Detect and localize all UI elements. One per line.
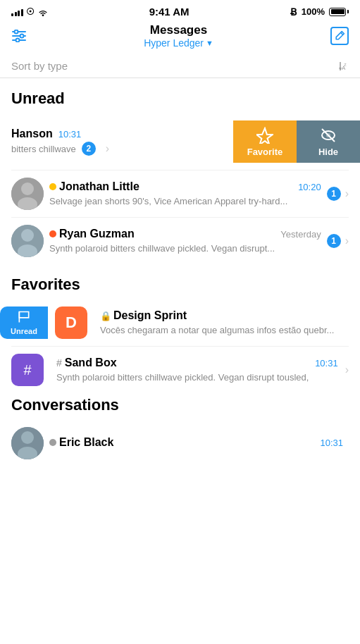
message-content-ryan: Ryan Guzman Yesterday Synth polaroid bit… [44, 228, 327, 254]
battery-icon [329, 8, 349, 16]
svg-point-1 [15, 30, 18, 34]
sort-az-icon: A Z [337, 61, 349, 72]
message-content-eric: Eric Black 10:31 [44, 436, 349, 450]
svg-point-14 [21, 182, 34, 195]
battery-percent: 100% [302, 6, 325, 17]
avatar-eric [11, 427, 44, 459]
message-content-sandbox: # Sand Box 10:31 Synth polaroid bitters … [51, 357, 344, 383]
time-sandbox: 10:31 [315, 358, 338, 369]
message-header-sandbox: # Sand Box 10:31 [56, 357, 338, 369]
swipe-actions-hanson: Favorite Hide [233, 120, 360, 163]
person-svg-eric [11, 427, 44, 459]
list-item[interactable]: Hanson 10:31 bitters chillwave 2 › Favor… [0, 113, 360, 170]
compose-svg [334, 30, 345, 42]
time-jonathan: 10:20 [298, 182, 321, 192]
svg-text:Z: Z [344, 63, 347, 67]
person-svg-ryan [11, 225, 44, 257]
time-eric: 10:31 [320, 438, 343, 448]
conversations-label: Conversations [11, 396, 119, 414]
hanson-preview-row: bitters chillwave 2 › [11, 142, 233, 156]
preview-ryan: Synth polaroid bitters chillwave pickled… [49, 243, 275, 254]
status-time: 9:41 AM [149, 6, 190, 18]
svg-point-21 [21, 431, 34, 444]
avatar-sandbox: # [11, 354, 44, 386]
wifi-icon: ☉ [26, 6, 35, 17]
time-ryan: Yesterday [280, 229, 321, 240]
status-dot-eric [49, 439, 56, 446]
chevron-icon-sandbox: › [345, 364, 349, 376]
unread-badge-hanson: 2 [82, 142, 96, 156]
unread-action-button[interactable]: Unread [0, 306, 48, 339]
preview-design-sprint: Vocês chegaram a notar que algumas infos… [100, 325, 334, 335]
message-header-jonathan: Jonathan Little 10:20 [49, 180, 321, 193]
nav-title: Messages Hyper Ledger ▼ [27, 23, 330, 49]
list-item[interactable]: Eric Black 10:31 [0, 420, 360, 473]
person-svg-jonathan [11, 178, 44, 210]
favorites-label: Favorites [11, 275, 80, 293]
nav-subtitle-text: Hyper Ledger [144, 37, 204, 49]
sort-icon[interactable]: A Z [337, 61, 349, 72]
avatar-design-sprint: D [55, 306, 87, 339]
status-bar: ☉ 9:41 AM Ƀ 100% [0, 0, 360, 20]
nav-bar: Messages Hyper Ledger ▼ [0, 20, 360, 54]
message-header-ryan: Ryan Guzman Yesterday [49, 228, 321, 240]
filter-svg [11, 30, 27, 42]
chevron-icon-jonathan: › [345, 187, 349, 200]
nav-title-text: Messages [27, 23, 330, 37]
lock-icon: 🔒 [100, 311, 111, 321]
favorites-section-header: Favorites [0, 264, 360, 299]
list-item[interactable]: Unread D 🔒 Design Sprint Vocês chegaram … [0, 299, 360, 346]
nav-subtitle[interactable]: Hyper Ledger ▼ [27, 37, 330, 49]
sender-name-ryan: Ryan Guzman [59, 228, 135, 240]
sort-label: Sort by type [11, 60, 68, 72]
sender-name-hanson: Hanson [11, 128, 53, 140]
chevron-icon-hanson: › [106, 142, 109, 155]
star-icon [256, 127, 273, 144]
compose-icon[interactable] [330, 27, 349, 45]
name-row-design-sprint: 🔒 Design Sprint [100, 309, 187, 322]
name-row-eric: Eric Black [49, 436, 113, 449]
list-item[interactable]: # # Sand Box 10:31 Synth polaroid bitter… [0, 347, 360, 393]
sender-name-sandbox: Sand Box [65, 357, 117, 369]
list-item[interactable]: Jonathan Little 10:20 Selvage jean short… [0, 171, 360, 217]
status-left: ☉ [11, 6, 49, 17]
hash-icon: # [23, 362, 31, 378]
preview-jonathan: Selvage jean shorts 90's, Vice American … [49, 196, 287, 206]
message-content-jonathan: Jonathan Little 10:20 Selvage jean short… [44, 180, 327, 207]
svg-point-17 [21, 229, 34, 242]
svg-point-3 [20, 35, 24, 38]
avatar-ryan [11, 225, 44, 257]
message-content-design-sprint: 🔒 Design Sprint Vocês chegaram a notar q… [94, 309, 349, 336]
name-row-ryan: Ryan Guzman [49, 228, 135, 240]
name-row-jonathan: Jonathan Little [49, 180, 139, 193]
sort-bar[interactable]: Sort by type A Z [0, 54, 360, 78]
conversations-section-header: Conversations [0, 393, 360, 420]
bluetooth-icon: Ƀ [290, 6, 297, 18]
unread-section-header: Unread [0, 78, 360, 113]
hanson-main-row: Hanson 10:31 [11, 128, 233, 140]
unread-badge-jonathan: 1 [327, 187, 341, 201]
favorite-label: Favorite [247, 147, 283, 157]
chevron-icon-ryan: › [345, 235, 349, 247]
flag-icon [17, 310, 31, 324]
name-row-sandbox: # Sand Box [56, 357, 117, 369]
message-content-hanson: Hanson 10:31 bitters chillwave 2 › [11, 128, 233, 156]
unread-label: Unread [11, 89, 65, 107]
status-dot-ryan [49, 230, 56, 237]
svg-point-5 [16, 39, 20, 42]
filter-icon[interactable] [11, 30, 27, 42]
hide-action-button[interactable]: Hide [297, 120, 360, 163]
hide-label: Hide [318, 147, 338, 157]
status-dot-jonathan [49, 183, 56, 190]
sender-name-jonathan: Jonathan Little [59, 180, 139, 193]
hide-icon [320, 127, 337, 144]
sender-name-eric: Eric Black [59, 436, 113, 449]
list-item[interactable]: Ryan Guzman Yesterday Synth polaroid bit… [0, 218, 360, 264]
signal-icon [11, 8, 23, 16]
hash-prefix-icon: # [56, 357, 62, 369]
wifi-icon-svg [37, 8, 49, 16]
message-header-design-sprint: 🔒 Design Sprint [100, 309, 343, 322]
unread-action-label: Unread [11, 327, 37, 335]
favorite-action-button[interactable]: Favorite [233, 120, 297, 163]
status-right: Ƀ 100% [290, 6, 349, 18]
